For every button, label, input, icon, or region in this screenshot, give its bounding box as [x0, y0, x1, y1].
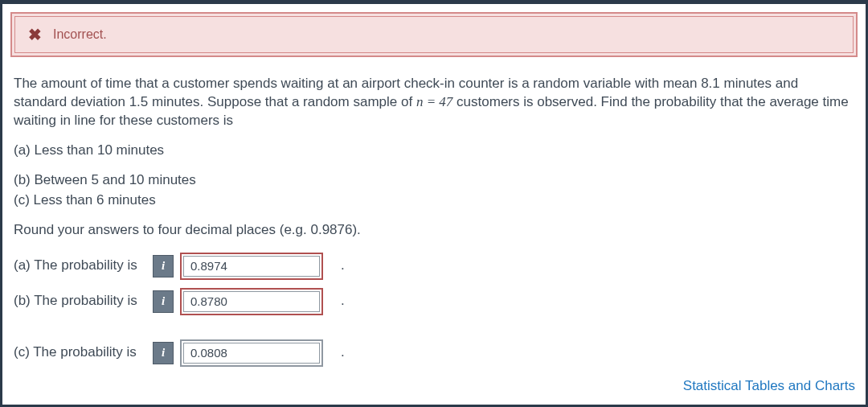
answer-label-a: (a) The probability is [14, 257, 146, 275]
part-a: (a) Less than 10 minutes [14, 142, 854, 160]
question-frame: ✖ Incorrect. The amount of time that a c… [0, 0, 868, 407]
period: . [341, 292, 345, 310]
close-icon: ✖ [28, 27, 42, 43]
answer-row-c: (c) The probability is i . [14, 339, 854, 367]
period: . [341, 257, 345, 275]
problem-n-expr: n = 47 [416, 94, 452, 109]
incorrect-alert-inner: ✖ Incorrect. [14, 16, 854, 53]
question-body: The amount of time that a customer spend… [10, 75, 858, 367]
info-icon[interactable]: i [153, 255, 174, 278]
parts-list: (a) Less than 10 minutes (b) Between 5 a… [14, 142, 854, 210]
answer-input-wrap-b [180, 288, 323, 315]
alert-status-text: Incorrect. [53, 27, 107, 42]
answer-row-b: (b) The probability is i . [14, 288, 854, 315]
answer-row-a: (a) The probability is i . [14, 253, 854, 280]
answer-input-c[interactable] [183, 343, 320, 364]
answer-input-wrap-c [180, 339, 323, 367]
answer-input-a[interactable] [183, 256, 320, 277]
problem-statement: The amount of time that a customer spend… [14, 75, 854, 130]
statistical-tables-link[interactable]: Statistical Tables and Charts [683, 378, 855, 394]
rounding-note: Round your answers to four decimal place… [14, 221, 854, 240]
info-icon[interactable]: i [153, 342, 174, 364]
answer-label-b: (b) The probability is [14, 292, 146, 310]
period: . [341, 343, 345, 362]
answer-input-wrap-a [180, 253, 323, 280]
part-c: (c) Less than 6 minutes [14, 191, 854, 210]
info-icon[interactable]: i [153, 290, 174, 313]
answer-input-b[interactable] [183, 291, 320, 312]
part-b: (b) Between 5 and 10 minutes [14, 171, 854, 190]
answer-label-c: (c) The probability is [14, 343, 146, 362]
incorrect-alert: ✖ Incorrect. [10, 12, 858, 57]
